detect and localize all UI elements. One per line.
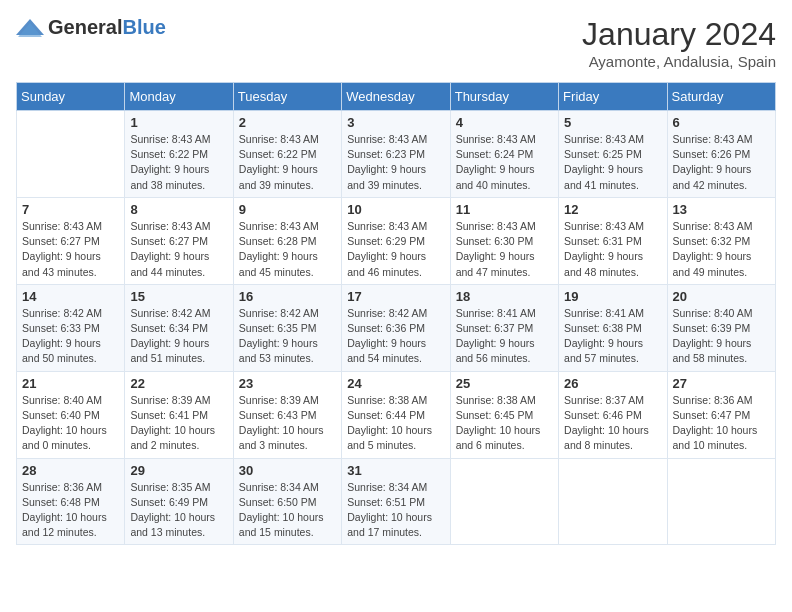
day-cell: 29Sunrise: 8:35 AMSunset: 6:49 PMDayligh… [125, 458, 233, 545]
day-cell: 14Sunrise: 8:42 AMSunset: 6:33 PMDayligh… [17, 284, 125, 371]
day-info: Sunrise: 8:43 AMSunset: 6:29 PMDaylight:… [347, 219, 444, 280]
day-info: Sunrise: 8:41 AMSunset: 6:37 PMDaylight:… [456, 306, 553, 367]
day-cell: 1Sunrise: 8:43 AMSunset: 6:22 PMDaylight… [125, 111, 233, 198]
header-saturday: Saturday [667, 83, 775, 111]
logo-blue: Blue [122, 16, 165, 38]
day-cell: 18Sunrise: 8:41 AMSunset: 6:37 PMDayligh… [450, 284, 558, 371]
header-tuesday: Tuesday [233, 83, 341, 111]
month-year-title: January 2024 [582, 16, 776, 53]
day-info: Sunrise: 8:43 AMSunset: 6:22 PMDaylight:… [239, 132, 336, 193]
day-number: 22 [130, 376, 227, 391]
day-info: Sunrise: 8:42 AMSunset: 6:33 PMDaylight:… [22, 306, 119, 367]
header-thursday: Thursday [450, 83, 558, 111]
day-info: Sunrise: 8:34 AMSunset: 6:51 PMDaylight:… [347, 480, 444, 541]
day-info: Sunrise: 8:43 AMSunset: 6:32 PMDaylight:… [673, 219, 770, 280]
day-info: Sunrise: 8:38 AMSunset: 6:45 PMDaylight:… [456, 393, 553, 454]
day-cell: 27Sunrise: 8:36 AMSunset: 6:47 PMDayligh… [667, 371, 775, 458]
day-cell: 2Sunrise: 8:43 AMSunset: 6:22 PMDaylight… [233, 111, 341, 198]
header-wednesday: Wednesday [342, 83, 450, 111]
day-number: 12 [564, 202, 661, 217]
day-cell: 8Sunrise: 8:43 AMSunset: 6:27 PMDaylight… [125, 197, 233, 284]
header-friday: Friday [559, 83, 667, 111]
day-info: Sunrise: 8:42 AMSunset: 6:35 PMDaylight:… [239, 306, 336, 367]
day-info: Sunrise: 8:36 AMSunset: 6:47 PMDaylight:… [673, 393, 770, 454]
day-cell: 13Sunrise: 8:43 AMSunset: 6:32 PMDayligh… [667, 197, 775, 284]
week-row-1: 1Sunrise: 8:43 AMSunset: 6:22 PMDaylight… [17, 111, 776, 198]
day-number: 10 [347, 202, 444, 217]
day-number: 25 [456, 376, 553, 391]
day-number: 24 [347, 376, 444, 391]
day-number: 13 [673, 202, 770, 217]
day-cell: 10Sunrise: 8:43 AMSunset: 6:29 PMDayligh… [342, 197, 450, 284]
day-info: Sunrise: 8:43 AMSunset: 6:23 PMDaylight:… [347, 132, 444, 193]
day-cell: 20Sunrise: 8:40 AMSunset: 6:39 PMDayligh… [667, 284, 775, 371]
title-area: January 2024 Ayamonte, Andalusia, Spain [582, 16, 776, 70]
day-cell: 25Sunrise: 8:38 AMSunset: 6:45 PMDayligh… [450, 371, 558, 458]
week-row-4: 21Sunrise: 8:40 AMSunset: 6:40 PMDayligh… [17, 371, 776, 458]
day-number: 17 [347, 289, 444, 304]
day-cell: 19Sunrise: 8:41 AMSunset: 6:38 PMDayligh… [559, 284, 667, 371]
day-number: 15 [130, 289, 227, 304]
day-info: Sunrise: 8:36 AMSunset: 6:48 PMDaylight:… [22, 480, 119, 541]
day-info: Sunrise: 8:43 AMSunset: 6:31 PMDaylight:… [564, 219, 661, 280]
day-number: 6 [673, 115, 770, 130]
day-number: 18 [456, 289, 553, 304]
header-sunday: Sunday [17, 83, 125, 111]
day-info: Sunrise: 8:39 AMSunset: 6:43 PMDaylight:… [239, 393, 336, 454]
day-info: Sunrise: 8:43 AMSunset: 6:27 PMDaylight:… [130, 219, 227, 280]
day-number: 23 [239, 376, 336, 391]
day-info: Sunrise: 8:43 AMSunset: 6:26 PMDaylight:… [673, 132, 770, 193]
day-number: 19 [564, 289, 661, 304]
day-cell: 30Sunrise: 8:34 AMSunset: 6:50 PMDayligh… [233, 458, 341, 545]
day-cell: 12Sunrise: 8:43 AMSunset: 6:31 PMDayligh… [559, 197, 667, 284]
header: GeneralBlue January 2024 Ayamonte, Andal… [16, 16, 776, 70]
day-info: Sunrise: 8:42 AMSunset: 6:36 PMDaylight:… [347, 306, 444, 367]
week-row-5: 28Sunrise: 8:36 AMSunset: 6:48 PMDayligh… [17, 458, 776, 545]
day-number: 1 [130, 115, 227, 130]
day-cell: 22Sunrise: 8:39 AMSunset: 6:41 PMDayligh… [125, 371, 233, 458]
day-info: Sunrise: 8:40 AMSunset: 6:39 PMDaylight:… [673, 306, 770, 367]
day-info: Sunrise: 8:43 AMSunset: 6:27 PMDaylight:… [22, 219, 119, 280]
logo-text: GeneralBlue [48, 16, 166, 39]
day-cell: 21Sunrise: 8:40 AMSunset: 6:40 PMDayligh… [17, 371, 125, 458]
day-number: 4 [456, 115, 553, 130]
day-info: Sunrise: 8:43 AMSunset: 6:22 PMDaylight:… [130, 132, 227, 193]
day-cell: 23Sunrise: 8:39 AMSunset: 6:43 PMDayligh… [233, 371, 341, 458]
day-number: 30 [239, 463, 336, 478]
day-info: Sunrise: 8:41 AMSunset: 6:38 PMDaylight:… [564, 306, 661, 367]
day-cell [667, 458, 775, 545]
day-number: 16 [239, 289, 336, 304]
day-info: Sunrise: 8:37 AMSunset: 6:46 PMDaylight:… [564, 393, 661, 454]
day-number: 31 [347, 463, 444, 478]
day-cell [559, 458, 667, 545]
day-number: 27 [673, 376, 770, 391]
day-info: Sunrise: 8:38 AMSunset: 6:44 PMDaylight:… [347, 393, 444, 454]
logo-icon [16, 17, 44, 39]
day-number: 3 [347, 115, 444, 130]
day-cell: 15Sunrise: 8:42 AMSunset: 6:34 PMDayligh… [125, 284, 233, 371]
logo-general: General [48, 16, 122, 38]
day-info: Sunrise: 8:43 AMSunset: 6:24 PMDaylight:… [456, 132, 553, 193]
day-info: Sunrise: 8:34 AMSunset: 6:50 PMDaylight:… [239, 480, 336, 541]
day-number: 21 [22, 376, 119, 391]
day-cell: 9Sunrise: 8:43 AMSunset: 6:28 PMDaylight… [233, 197, 341, 284]
day-cell: 3Sunrise: 8:43 AMSunset: 6:23 PMDaylight… [342, 111, 450, 198]
day-cell: 26Sunrise: 8:37 AMSunset: 6:46 PMDayligh… [559, 371, 667, 458]
day-info: Sunrise: 8:39 AMSunset: 6:41 PMDaylight:… [130, 393, 227, 454]
day-number: 8 [130, 202, 227, 217]
day-number: 2 [239, 115, 336, 130]
day-number: 9 [239, 202, 336, 217]
day-info: Sunrise: 8:42 AMSunset: 6:34 PMDaylight:… [130, 306, 227, 367]
day-cell: 7Sunrise: 8:43 AMSunset: 6:27 PMDaylight… [17, 197, 125, 284]
day-number: 14 [22, 289, 119, 304]
day-cell: 16Sunrise: 8:42 AMSunset: 6:35 PMDayligh… [233, 284, 341, 371]
day-number: 11 [456, 202, 553, 217]
calendar-table: SundayMondayTuesdayWednesdayThursdayFrid… [16, 82, 776, 545]
header-monday: Monday [125, 83, 233, 111]
day-number: 28 [22, 463, 119, 478]
day-number: 26 [564, 376, 661, 391]
day-cell [17, 111, 125, 198]
day-cell: 24Sunrise: 8:38 AMSunset: 6:44 PMDayligh… [342, 371, 450, 458]
week-row-2: 7Sunrise: 8:43 AMSunset: 6:27 PMDaylight… [17, 197, 776, 284]
day-info: Sunrise: 8:43 AMSunset: 6:30 PMDaylight:… [456, 219, 553, 280]
